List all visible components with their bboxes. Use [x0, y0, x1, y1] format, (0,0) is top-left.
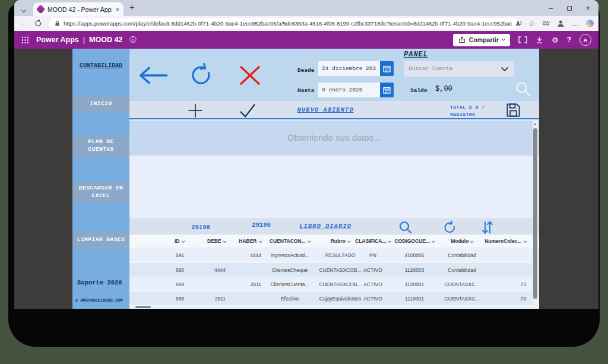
scroll-up-arrow-icon[interactable] — [534, 123, 536, 125]
main-panel: Desde 24 diciembre 202 Hasta 9 enero 202… — [129, 49, 539, 309]
scrollbar-thumb[interactable] — [533, 128, 537, 299]
browser-toolbar: ← https://apps.powerapps.com/play/e/defa… — [14, 16, 598, 31]
tab-title: MOOD 42 - Power Apps — [48, 6, 112, 13]
app-launcher-waffle-icon[interactable] — [21, 36, 29, 44]
partial-table-row — [129, 305, 533, 309]
partial-scroll-artifact — [135, 306, 151, 308]
browser-back-button[interactable]: ← — [20, 18, 28, 27]
hasta-label: Hasta — [297, 87, 315, 94]
powerapps-favicon-icon — [36, 5, 46, 14]
table-search-icon[interactable] — [398, 220, 413, 235]
check-icon[interactable] — [239, 103, 256, 118]
app-stage: CONTABILIDAD INICIO PLAN DE CUENTAS DESC… — [14, 49, 598, 309]
website-label: x AMGYASOCIADOS.COM — [75, 298, 123, 303]
column-header-id[interactable]: ID — [147, 235, 184, 248]
add-plus-icon[interactable] — [187, 102, 204, 119]
tab-close-icon[interactable]: × — [116, 6, 119, 13]
table-row[interactable]: 688 2611 Efectivo CajayEquivalentes ACTI… — [129, 291, 533, 305]
filter-panel: Desde 24 diciembre 202 Hasta 9 enero 202… — [129, 49, 539, 101]
powerapps-header: Power Apps|MOOD 42 ⓘ Compartir — [14, 31, 598, 49]
sidebar-item-limpiar-bases[interactable]: LIMPIAR BASES — [72, 232, 129, 249]
buscar-cuenta-dropdown[interactable]: Buscar Cuenta — [404, 61, 514, 77]
nuevo-asiento-link[interactable]: NUEVO ASIENTO — [290, 106, 361, 113]
help-icon[interactable]: ? — [567, 36, 571, 43]
window-minimize-button[interactable]: – — [549, 4, 553, 12]
loading-panel: Obteniendo sus datos... — [129, 121, 539, 156]
app-title: Power Apps|MOOD 42 — [36, 36, 122, 44]
window-close-button[interactable]: × — [586, 4, 590, 12]
record-count-right: 29198 — [243, 221, 279, 229]
tab-strip: MOOD 42 - Power Apps × + – × — [14, 0, 598, 16]
back-arrow-icon[interactable] — [138, 65, 170, 86]
column-header-debe[interactable]: DEBE — [200, 235, 226, 248]
chevron-down-icon — [501, 67, 509, 72]
browser-reload-icon[interactable] — [34, 19, 42, 27]
table-header-row: ID DEBE HABER CUENTACON... Rubro CLASIFI… — [129, 235, 539, 248]
table-row[interactable]: 690 4444 ClientesCheque CUENTASXCOB... A… — [129, 262, 533, 277]
url-text: https://apps.powerapps.com/play/e/defaul… — [64, 20, 512, 27]
saldo-value: $,00 — [435, 85, 452, 93]
hasta-date-input[interactable]: 9 enero 2026 — [318, 83, 380, 97]
sidebar-title-contabilidad[interactable]: CONTABILIDAD — [72, 62, 129, 69]
total-registra-label: TOTAL D H / REGISTRA — [450, 104, 484, 118]
desde-calendar-button[interactable] — [380, 61, 394, 76]
sidebar-item-plan-de-cuentas[interactable]: PLAN DE CUENTAS — [72, 135, 129, 157]
record-count-left: 29198 — [183, 224, 218, 231]
panel-title: PANEL — [379, 50, 453, 59]
app-canvas: CONTABILIDAD INICIO PLAN DE CUENTAS DESC… — [72, 49, 539, 309]
table-row[interactable]: 689 2611 ClientesCuenta... CUENTASXCOB..… — [129, 277, 533, 291]
window-maximize-button[interactable] — [567, 6, 572, 11]
desde-label: Desde — [297, 67, 315, 74]
libro-diario-link[interactable]: LIBRO DIARIO — [290, 223, 361, 230]
sidebar-item-inicio[interactable]: INICIO — [72, 96, 129, 112]
save-floppy-icon[interactable] — [505, 102, 521, 118]
sidebar-item-descargar-en-excel[interactable]: DESCARGAR EN EXCEL — [72, 182, 129, 203]
fit-to-window-icon[interactable] — [518, 36, 527, 43]
diario-toolbar: 29198 29198 LIBRO DIARIO — [129, 219, 539, 235]
support-label: Soporte 2026 — [77, 279, 122, 286]
new-tab-button[interactable]: + — [129, 2, 135, 12]
account-avatar[interactable]: A — [580, 34, 591, 46]
read-aloud-icon[interactable]: A) — [516, 20, 521, 27]
copilot-icon[interactable] — [586, 20, 594, 27]
hasta-calendar-button[interactable] — [380, 83, 394, 97]
search-icon[interactable] — [514, 80, 532, 98]
saldo-label: Saldo — [410, 87, 428, 94]
asiento-toolbar: NUEVO ASIENTO TOTAL D H / REGISTRA — [129, 101, 539, 119]
favorites-list-icon[interactable] — [542, 20, 550, 27]
lock-icon — [55, 20, 60, 27]
table-scrollbar[interactable] — [533, 121, 538, 309]
table-refresh-icon[interactable] — [443, 220, 457, 235]
refresh-icon[interactable] — [189, 62, 213, 87]
address-bar[interactable]: https://apps.powerapps.com/play/e/defaul… — [49, 18, 518, 29]
settings-gear-icon[interactable]: ⚙ — [552, 36, 559, 44]
browser-window: MOOD 42 - Power Apps × + – × ← https://a… — [14, 0, 598, 309]
share-button[interactable]: Compartir — [453, 34, 510, 46]
table-row[interactable]: 691 4444 IngresoxActivid... RESULTADO PN… — [129, 248, 533, 262]
desde-date-input[interactable]: 24 diciembre 202 — [318, 61, 380, 76]
browser-tab[interactable]: MOOD 42 - Power Apps × — [33, 2, 124, 16]
sort-arrows-icon[interactable] — [481, 220, 494, 235]
browser-profile-icon[interactable] — [557, 20, 565, 27]
share-icon — [458, 36, 466, 43]
loading-message: Obteniendo sus datos... — [129, 121, 539, 156]
chevron-down-icon — [502, 37, 505, 41]
app-info-icon[interactable]: ⓘ — [129, 35, 137, 45]
add-favorite-star-icon[interactable]: ☆ — [528, 20, 535, 28]
tab-list-chevron-icon[interactable] — [19, 4, 30, 13]
sidebar: CONTABILIDAD INICIO PLAN DE CUENTAS DESC… — [72, 49, 129, 309]
browser-more-icon[interactable]: … — [572, 20, 579, 28]
desktop-backdrop: MOOD 42 - Power Apps × + – × ← https://a… — [0, 0, 608, 364]
download-icon[interactable] — [536, 36, 543, 44]
column-header-numerocolec[interactable]: NumeroColec... — [480, 235, 526, 248]
close-x-icon[interactable] — [238, 65, 262, 86]
